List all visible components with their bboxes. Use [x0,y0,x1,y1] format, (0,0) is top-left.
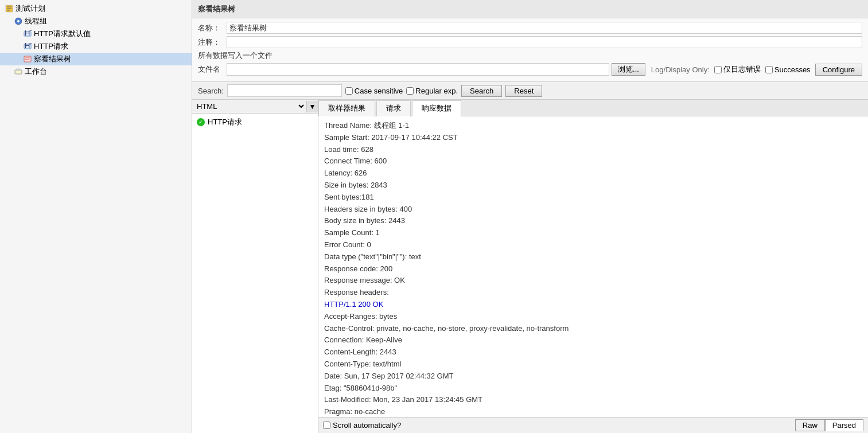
main-panel: 察看结果树 名称： 注释： 所有数据写入一个文件 文件名 浏览... Log/D… [192,0,868,433]
successes-checkbox[interactable] [765,66,773,73]
result-line: Accept-Ranges: bytes [324,311,862,323]
result-line: Latency: 626 [324,167,862,180]
svg-rect-14 [17,69,20,71]
tab-response-data[interactable]: 响应数据 [412,100,461,116]
workbench-icon [14,67,23,76]
http-request-icon: HTTP [23,42,32,51]
scroll-auto-text: Scroll automatically? [333,421,401,430]
case-sensitive-label[interactable]: Case sensitive [345,87,403,95]
sidebar-item-thread-group[interactable]: 线程组 [0,15,192,28]
format-select[interactable]: HTML JSON Text Regexp Tester [192,100,306,113]
result-line: Etag: "5886041d-98b" [324,383,862,395]
svg-text:HTTP: HTTP [25,42,32,50]
result-pane: 取样器结果 请求 响应数据 Thread Name: 线程组 1-1Sample… [318,100,868,433]
sidebar-item-workbench[interactable]: 工作台 [0,65,192,78]
result-line: Sent bytes:181 [324,192,862,204]
result-line: Response headers: [324,287,862,299]
result-tree-icon [23,54,32,64]
sidebar-item-label: HTTP请求 [34,41,68,52]
sidebar: 测试计划 线程组 HTTP HTTP请求默认值 HTTP HTTP请求 察看结果… [0,0,192,433]
browse-button[interactable]: 浏览... [612,63,645,76]
name-input[interactable] [227,22,862,34]
file-input[interactable] [227,63,609,76]
success-icon [197,118,205,126]
tab-label: 请求 [386,104,401,112]
tab-sampler-result[interactable]: 取样器结果 [318,100,375,116]
result-line: Error Count: 0 [324,239,862,251]
raw-button[interactable]: Raw [795,419,825,431]
tree-node-label: HTTP请求 [208,117,242,127]
result-line: Thread Name: 线程组 1-1 [324,120,862,132]
result-line: Last-Modified: Mon, 23 Jan 2017 13:24:45… [324,394,862,406]
result-content: Thread Name: 线程组 1-1Sample Start: 2017-0… [318,116,868,417]
bottom-pane: HTML JSON Text Regexp Tester ▼ HTTP请求 取样… [192,100,868,433]
result-line: Sample Count: 1 [324,227,862,239]
tabs-bar: 取样器结果 请求 响应数据 [318,100,868,116]
result-line: Load time: 628 [324,144,862,156]
bottom-row: Scroll automatically? Raw Parsed [318,417,868,433]
reset-button[interactable]: Reset [505,85,542,97]
title-bar: 察看结果树 [192,0,868,18]
sidebar-item-test-plan[interactable]: 测试计划 [0,2,192,15]
comment-input[interactable] [227,36,862,48]
parsed-button[interactable]: Parsed [825,419,863,431]
sidebar-item-http-default[interactable]: HTTP HTTP请求默认值 [0,28,192,40]
file-label: 文件名 [198,64,227,75]
svg-text:HTTP: HTTP [25,30,32,37]
log-errors-checkbox[interactable] [714,66,722,73]
tab-label: 取样器结果 [328,104,365,112]
successes-checkbox-label[interactable]: Successes [765,65,811,74]
tree-list: HTTP请求 [192,114,318,433]
sidebar-item-result-tree[interactable]: 察看结果树 [0,53,192,65]
result-line: Connection: Keep-Alive [324,334,862,346]
log-errors-checkbox-label[interactable]: 仅日志错误 [714,64,761,75]
case-sensitive-text: Case sensitive [355,87,403,95]
regular-exp-checkbox[interactable] [406,87,414,95]
http-default-icon: HTTP [23,29,32,38]
result-line: Body size in bytes: 2443 [324,215,862,227]
result-line: Data type ("text"|"bin"|""): text [324,251,862,263]
result-line: Content-Type: text/html [324,358,862,370]
search-label: Search: [198,87,224,95]
pane-toggle-button[interactable]: ▼ [306,101,318,112]
search-button[interactable]: Search [461,85,502,97]
result-line: Pragma: no-cache [324,406,862,417]
name-label: 名称： [198,23,227,33]
svg-point-5 [17,20,20,22]
scroll-auto-label[interactable]: Scroll automatically? [323,421,401,430]
result-line: Date: Sun, 17 Sep 2017 02:44:32 GMT [324,370,862,383]
tree-pane-header: HTML JSON Text Regexp Tester ▼ [192,100,318,114]
sidebar-item-label: 察看结果树 [34,54,71,64]
regular-exp-text: Regular exp. [415,87,458,95]
tree-node-http-request[interactable]: HTTP请求 [194,116,316,128]
svg-rect-10 [24,56,31,62]
test-plan-icon [5,4,14,13]
comment-label: 注释： [198,37,227,48]
search-row: Search: Case sensitive Regular exp. Sear… [192,82,868,100]
tab-request[interactable]: 请求 [376,100,411,116]
successes-label: Successes [774,65,811,74]
configure-button[interactable]: Configure [815,64,862,76]
result-line: Response message: OK [324,275,862,287]
case-sensitive-checkbox[interactable] [345,87,353,95]
options-label: Log/Display Only: [651,65,710,74]
result-line: Connect Time: 600 [324,155,862,167]
page-title: 察看结果树 [198,5,235,13]
result-line: Content-Length: 2443 [324,346,862,358]
sidebar-item-label: HTTP请求默认值 [34,29,91,39]
form-area: 名称： 注释： 所有数据写入一个文件 文件名 浏览... Log/Display… [192,18,868,82]
sidebar-item-label: 工作台 [25,67,47,77]
result-line: Response code: 200 [324,263,862,275]
regular-exp-label[interactable]: Regular exp. [406,87,458,95]
result-line: HTTP/1.1 200 OK [324,299,862,311]
sidebar-item-label: 线程组 [25,16,47,26]
raw-parsed-buttons: Raw Parsed [795,419,863,431]
log-errors-label: 仅日志错误 [723,64,761,75]
tab-label: 响应数据 [422,104,451,112]
sidebar-item-http-request[interactable]: HTTP HTTP请求 [0,40,192,53]
tree-pane: HTML JSON Text Regexp Tester ▼ HTTP请求 [192,100,318,433]
thread-group-icon [14,17,23,26]
section-title: 所有数据写入一个文件 [198,50,862,61]
scroll-auto-checkbox[interactable] [323,422,330,429]
search-input[interactable] [227,84,342,97]
